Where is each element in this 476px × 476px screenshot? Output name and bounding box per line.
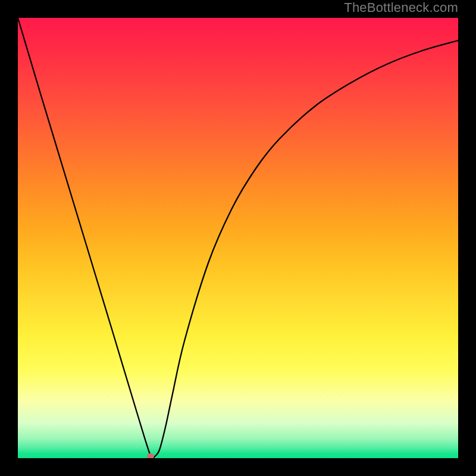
chart-stage: TheBottleneck.com — [0, 0, 476, 476]
minimum-marker — [147, 453, 154, 458]
plot-area — [18, 18, 458, 458]
watermark-text: TheBottleneck.com — [344, 0, 458, 15]
bottleneck-curve — [18, 18, 458, 458]
curve-svg — [18, 18, 458, 458]
